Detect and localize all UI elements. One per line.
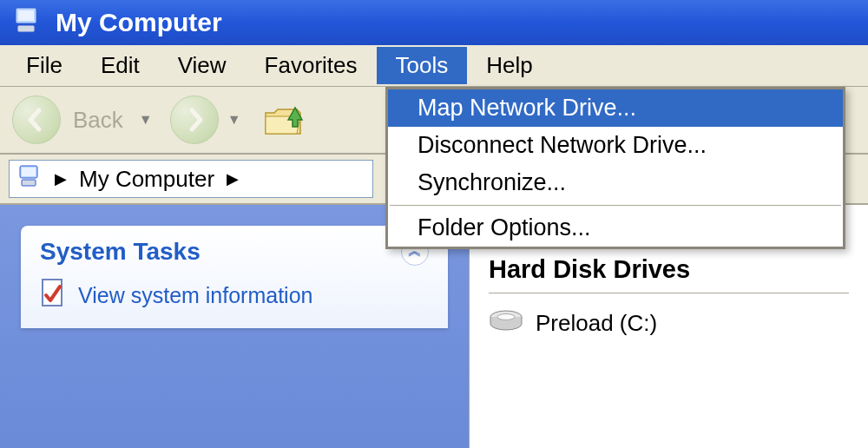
- window-title: My Computer: [56, 8, 222, 37]
- forward-button[interactable]: [170, 96, 219, 144]
- svg-rect-2: [17, 25, 35, 32]
- menu-disconnect-network-drive[interactable]: Disconnect Network Drive...: [388, 127, 843, 164]
- svg-rect-1: [18, 10, 34, 21]
- chevron-right-icon: ▶: [55, 169, 67, 188]
- section-title: Hard Disk Drives: [489, 255, 849, 284]
- task-label: View system information: [78, 283, 312, 308]
- menu-synchronize[interactable]: Synchronize...: [388, 164, 843, 201]
- svg-rect-5: [22, 180, 36, 186]
- back-history-dropdown[interactable]: ▼: [139, 112, 153, 128]
- svg-point-8: [497, 314, 515, 320]
- menu-help[interactable]: Help: [467, 47, 551, 84]
- back-button[interactable]: [12, 96, 61, 144]
- task-view-system-info[interactable]: View system information: [40, 278, 429, 313]
- drive-label: Preload (C:): [536, 310, 657, 337]
- system-tasks-panel: System Tasks ︽ View system information: [21, 226, 448, 328]
- document-check-icon: [40, 278, 66, 313]
- chevron-right-icon[interactable]: ▶: [227, 169, 239, 188]
- section-divider: [489, 293, 849, 293]
- back-label: Back: [73, 107, 123, 134]
- menu-bar: File Edit View Favorites Tools Help: [0, 45, 868, 87]
- breadcrumb-item[interactable]: My Computer: [79, 166, 214, 193]
- menu-favorites[interactable]: Favorites: [246, 47, 377, 84]
- panel-title: System Tasks: [40, 238, 201, 266]
- menu-separator: [390, 205, 841, 206]
- title-bar: My Computer: [0, 0, 868, 45]
- menu-edit[interactable]: Edit: [82, 47, 159, 84]
- svg-rect-4: [22, 168, 36, 176]
- computer-icon: [12, 4, 43, 41]
- menu-file[interactable]: File: [7, 47, 82, 84]
- computer-icon: [18, 164, 43, 194]
- tools-dropdown-menu: Map Network Drive... Disconnect Network …: [385, 87, 845, 249]
- menu-folder-options[interactable]: Folder Options...: [388, 209, 843, 247]
- svg-rect-6: [43, 280, 62, 306]
- menu-view[interactable]: View: [159, 47, 246, 84]
- forward-history-dropdown[interactable]: ▼: [227, 112, 241, 128]
- address-field[interactable]: ▶ My Computer ▶: [9, 160, 373, 198]
- menu-map-network-drive[interactable]: Map Network Drive...: [388, 89, 843, 127]
- drive-item[interactable]: Preload (C:): [489, 309, 849, 338]
- up-folder-button[interactable]: [259, 96, 307, 144]
- hard-disk-icon: [489, 309, 523, 338]
- menu-tools[interactable]: Tools: [377, 47, 468, 84]
